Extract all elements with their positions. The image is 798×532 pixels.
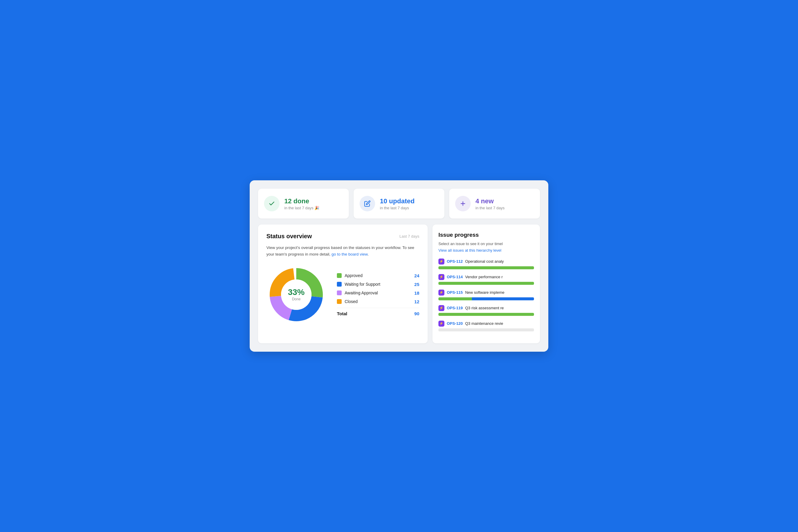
- issue-progress-sub: Select an issue to see it on your timel: [439, 241, 534, 247]
- issue-bar-track-ops112: [439, 266, 534, 269]
- bar-green-ops114: [439, 282, 534, 285]
- issue-progress-title: Issue progress: [439, 232, 534, 238]
- status-header: Status overview Last 7 days: [266, 233, 419, 240]
- stat-sub-done: in the last 7 days 🎉: [284, 206, 319, 210]
- bar-green-ops119: [439, 313, 534, 316]
- stat-card-new: 4 new in the last 7 days: [449, 189, 540, 218]
- updated-icon-circle: [359, 196, 375, 211]
- legend-val-awaiting: 18: [414, 290, 419, 296]
- legend-dot-waiting: [337, 282, 342, 287]
- issue-badge-ops114: ⚡: [439, 274, 444, 280]
- view-all-issues-link[interactable]: View all issues at this hierarchy level: [439, 248, 534, 252]
- chart-area: 33% Done Approved 24: [266, 265, 419, 324]
- legend-name-waiting: Waiting for Support: [345, 282, 380, 287]
- legend-dot-awaiting: [337, 290, 342, 295]
- issue-bar-track-ops119: [439, 313, 534, 316]
- issue-badge-ops112: ⚡: [439, 259, 444, 265]
- stat-main-new: 4 new: [476, 197, 505, 205]
- stat-main-done: 12 done: [284, 197, 319, 205]
- issue-row-ops114: ⚡ OPS-114 Vendor performance r: [439, 274, 534, 280]
- issue-id-ops120[interactable]: OPS-120: [447, 321, 463, 326]
- issue-name-ops112: Operational cost analy: [465, 259, 503, 264]
- stat-card-updated: 10 updated in the last 7 days: [354, 189, 444, 218]
- legend-name-closed: Closed: [345, 299, 358, 304]
- stat-sub-new: in the last 7 days: [476, 206, 505, 210]
- issue-bar-fill-ops112: [439, 266, 534, 269]
- legend-val-closed: 12: [414, 299, 419, 304]
- new-icon-circle: [455, 196, 471, 211]
- issue-item-ops114: ⚡ OPS-114 Vendor performance r: [439, 274, 534, 285]
- plus-icon: [460, 200, 466, 207]
- board-view-link[interactable]: go to the board view: [332, 252, 368, 256]
- issue-item-ops115: ⚡ OPS-115 New software impleme: [439, 290, 534, 300]
- issue-bar-fill-ops119: [439, 313, 534, 316]
- issue-bar-track-ops115: [439, 297, 534, 300]
- issue-item-ops112: ⚡ OPS-112 Operational cost analy: [439, 259, 534, 269]
- issue-row-ops112: ⚡ OPS-112 Operational cost analy: [439, 259, 534, 265]
- issue-row-ops119: ⚡ OPS-119 Q3 risk assessment re: [439, 305, 534, 311]
- donut-center: 33% Done: [288, 288, 304, 301]
- issue-name-ops120: Q3 maintenance revie: [465, 321, 503, 326]
- issue-badge-ops119: ⚡: [439, 305, 444, 311]
- issue-id-ops114[interactable]: OPS-114: [447, 275, 463, 279]
- legend-val-approved: 24: [414, 273, 419, 278]
- issue-bar-track-ops120: [439, 328, 534, 331]
- issue-id-ops112[interactable]: OPS-112: [447, 259, 463, 264]
- stat-card-done: 12 done in the last 7 days 🎉: [258, 189, 349, 218]
- issue-row-ops120: ⚡ OPS-120 Q3 maintenance revie: [439, 321, 534, 327]
- done-icon-circle: [264, 196, 280, 211]
- donut-chart: 33% Done: [266, 265, 326, 324]
- check-icon: [268, 200, 275, 207]
- issue-bar-fill-ops120: [439, 328, 534, 331]
- bar-green-ops115: [439, 297, 472, 300]
- bottom-row: Status overview Last 7 days View your pr…: [258, 225, 540, 343]
- stats-row: 12 done in the last 7 days 🎉 10 updated …: [258, 189, 540, 218]
- stat-content-done: 12 done in the last 7 days 🎉: [284, 197, 319, 210]
- stat-content-new: 4 new in the last 7 days: [476, 197, 505, 210]
- issue-bar-fill-ops114: [439, 282, 534, 285]
- bar-green-ops112: [439, 266, 534, 269]
- issue-badge-ops120: ⚡: [439, 321, 444, 327]
- issue-badge-ops115: ⚡: [439, 290, 444, 296]
- issue-bar-fill-ops115: [439, 297, 534, 300]
- legend-item-closed: Closed 12: [337, 299, 419, 304]
- legend-total: Total 90: [337, 308, 419, 316]
- issue-row-ops115: ⚡ OPS-115 New software impleme: [439, 290, 534, 296]
- legend-dot-closed: [337, 299, 342, 304]
- donut-percent: 33%: [288, 288, 304, 297]
- donut-label: Done: [288, 297, 304, 301]
- issue-name-ops119: Q3 risk assessment re: [465, 306, 503, 310]
- status-overview-title: Status overview: [266, 233, 312, 240]
- legend-item-awaiting: Awaiting Approval 18: [337, 290, 419, 296]
- issue-bar-track-ops114: [439, 282, 534, 285]
- bar-blue-ops115: [472, 297, 534, 300]
- stat-main-updated: 10 updated: [380, 197, 414, 205]
- issue-id-ops119[interactable]: OPS-119: [447, 306, 463, 310]
- legend-name-awaiting: Awaiting Approval: [345, 290, 378, 295]
- main-card: 12 done in the last 7 days 🎉 10 updated …: [250, 180, 548, 352]
- status-description: View your project's overall progress bas…: [266, 245, 419, 257]
- legend-name-approved: Approved: [345, 273, 363, 278]
- legend-total-val: 90: [414, 311, 419, 316]
- pencil-icon: [364, 200, 371, 207]
- legend-item-waiting: Waiting for Support 25: [337, 282, 419, 287]
- stat-content-updated: 10 updated in the last 7 days: [380, 197, 414, 210]
- issue-item-ops120: ⚡ OPS-120 Q3 maintenance revie: [439, 321, 534, 331]
- status-period: Last 7 days: [400, 234, 420, 239]
- stat-sub-updated: in the last 7 days: [380, 206, 414, 210]
- issue-name-ops114: Vendor performance r: [465, 275, 503, 279]
- status-overview-card: Status overview Last 7 days View your pr…: [258, 225, 428, 343]
- legend-item-approved: Approved 24: [337, 273, 419, 278]
- issue-id-ops115[interactable]: OPS-115: [447, 290, 463, 294]
- issue-progress-card: Issue progress Select an issue to see it…: [432, 225, 540, 343]
- legend-total-label: Total: [337, 311, 347, 316]
- issue-name-ops115: New software impleme: [465, 290, 504, 294]
- legend-val-waiting: 25: [414, 282, 419, 287]
- issue-item-ops119: ⚡ OPS-119 Q3 risk assessment re: [439, 305, 534, 316]
- chart-legend: Approved 24 Waiting for Support 25: [337, 273, 419, 316]
- legend-dot-approved: [337, 273, 342, 278]
